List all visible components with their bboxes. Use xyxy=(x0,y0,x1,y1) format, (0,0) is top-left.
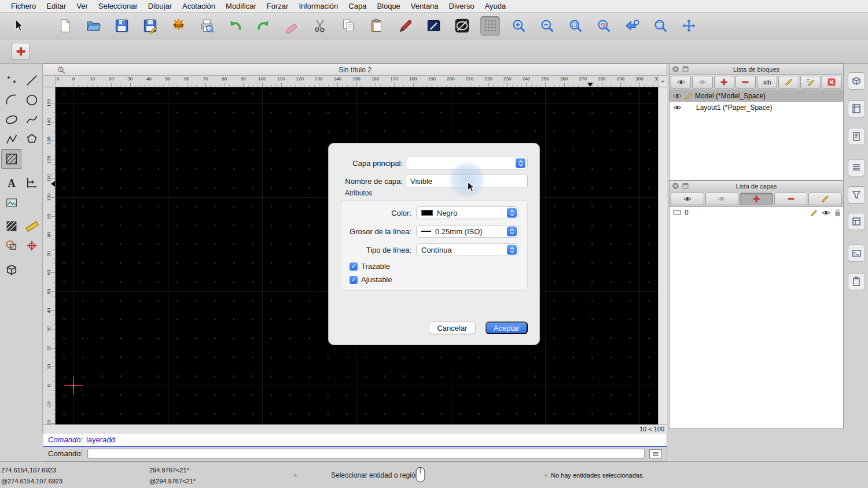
remove-layer-button[interactable] xyxy=(774,193,808,205)
ajustable-checkbox[interactable]: ✓ xyxy=(350,276,358,284)
zoom-previous-button[interactable] xyxy=(622,16,642,36)
hide-all-layers-button[interactable] xyxy=(705,193,739,205)
document-titlebar[interactable]: Sin título 2 xyxy=(43,64,667,76)
menu-capa[interactable]: Capa xyxy=(343,2,372,10)
tool-ellipse-button[interactable] xyxy=(1,110,21,130)
pen-button[interactable] xyxy=(395,16,415,36)
menu-modificar[interactable]: Modificar xyxy=(220,2,262,10)
add-block-button[interactable] xyxy=(714,76,734,88)
tool-shape-button[interactable] xyxy=(1,236,21,256)
edit-block-button[interactable] xyxy=(778,76,799,88)
add-layer-button[interactable] xyxy=(740,193,773,205)
zoom-auto-button[interactable] xyxy=(565,16,585,36)
menu-forzar[interactable]: Forzar xyxy=(262,2,294,10)
dock-properties-button[interactable] xyxy=(848,213,865,230)
command-input[interactable] xyxy=(87,449,645,459)
tool-hatch-solid-button[interactable] xyxy=(1,216,21,236)
color-dropdown[interactable]: Negro xyxy=(416,206,519,219)
vertical-scrollbar[interactable] xyxy=(658,87,667,424)
stepper-icon[interactable] xyxy=(516,158,525,168)
menu-ventana[interactable]: Ventana xyxy=(406,2,444,10)
dock-filter-button[interactable] xyxy=(848,186,865,204)
stepper-icon[interactable] xyxy=(507,227,517,236)
menu-editar[interactable]: Editar xyxy=(41,2,71,10)
new-file-button[interactable] xyxy=(55,16,75,36)
tool-snap-button[interactable] xyxy=(21,236,42,256)
layer-panel-dock-button[interactable] xyxy=(682,182,689,190)
zoom-redraw-button[interactable] xyxy=(594,16,613,36)
redo-button[interactable] xyxy=(253,16,273,36)
menu-seleccionar[interactable]: Seleccionar xyxy=(93,2,143,10)
save-as-button[interactable] xyxy=(140,16,160,36)
paste-button[interactable] xyxy=(367,16,387,36)
menu-dibujar[interactable]: Dibujar xyxy=(143,2,177,10)
delete-block-button[interactable] xyxy=(822,76,842,88)
show-all-blocks-button[interactable] xyxy=(671,76,691,88)
tool-dimension-button[interactable] xyxy=(21,173,42,193)
command-options-button[interactable] xyxy=(649,449,662,459)
layer-panel-close-button[interactable] xyxy=(672,182,679,190)
dock-layer-list-button[interactable] xyxy=(848,159,865,176)
tool-polygon-button[interactable] xyxy=(21,130,42,149)
line-type-dropdown[interactable]: Contínua xyxy=(416,243,519,256)
zoom-in-button[interactable] xyxy=(509,16,528,36)
block-list-item[interactable]: Model (*Model_Space) xyxy=(670,90,843,102)
add-layer-button[interactable] xyxy=(12,43,30,60)
tool-line-button[interactable] xyxy=(21,71,42,90)
dock-command-button[interactable] xyxy=(848,245,865,262)
tool-polyline-button[interactable] xyxy=(1,130,21,149)
tool-image-button[interactable] xyxy=(1,193,21,212)
grid-button[interactable] xyxy=(480,16,500,36)
rename-block-button[interactable]: alb xyxy=(757,76,777,88)
block-panel-close-button[interactable] xyxy=(672,65,679,73)
line-width-dropdown[interactable]: 0.25mm (ISO) xyxy=(416,225,519,238)
menu-diverso[interactable]: Diverso xyxy=(444,2,480,10)
accept-button[interactable]: Aceptar xyxy=(486,321,528,334)
modify-layer-button[interactable] xyxy=(808,193,842,205)
horizontal-scrollbar[interactable]: 10 < 100 xyxy=(43,424,667,434)
tool-hatch-button[interactable] xyxy=(1,149,21,169)
zoom-pan-button[interactable] xyxy=(679,16,698,36)
layer-list-item[interactable]: 0 xyxy=(670,207,843,219)
cursor-button[interactable] xyxy=(8,16,28,36)
show-all-layers-button[interactable] xyxy=(671,193,704,205)
open-file-button[interactable] xyxy=(83,16,103,36)
tool-circle-button[interactable] xyxy=(21,90,42,110)
zoom-out-button[interactable] xyxy=(537,16,557,36)
dock-page-button[interactable] xyxy=(848,128,865,145)
hide-all-blocks-button[interactable] xyxy=(692,76,712,88)
trazable-checkbox[interactable]: ✓ xyxy=(350,263,358,271)
tool-measure-button[interactable] xyxy=(21,216,42,236)
scroll-corner-button[interactable]: + xyxy=(658,76,667,87)
stepper-icon[interactable] xyxy=(507,245,517,255)
remove-block-button[interactable] xyxy=(735,76,756,88)
menu-informacion[interactable]: Información xyxy=(293,2,343,10)
delete-button[interactable] xyxy=(282,16,301,36)
svg-export-button[interactable]: SVG xyxy=(168,16,188,36)
tool-text-button[interactable]: A xyxy=(1,173,21,193)
print-preview-button[interactable] xyxy=(197,16,216,36)
draw-circle-button[interactable] xyxy=(452,16,472,36)
menu-acotacion[interactable]: Acotación xyxy=(177,2,220,10)
block-list-item[interactable]: Layout1 (*Paper_Space) xyxy=(670,102,843,113)
dock-clipboard-button[interactable] xyxy=(848,273,865,290)
block-panel-dock-button[interactable] xyxy=(682,65,689,73)
tool-points-button[interactable] xyxy=(1,71,21,90)
cut-button[interactable] xyxy=(310,16,330,36)
tool-arc-button[interactable] xyxy=(1,90,21,110)
save-button[interactable] xyxy=(112,16,131,36)
undo-button[interactable] xyxy=(225,16,245,36)
menu-ver[interactable]: Ver xyxy=(71,2,93,10)
stepper-icon[interactable] xyxy=(507,208,517,218)
insert-block-button[interactable] xyxy=(800,76,821,88)
menu-bloque[interactable]: Bloque xyxy=(372,2,405,10)
copy-button[interactable] xyxy=(339,16,358,36)
dock-library-button[interactable] xyxy=(848,100,865,117)
tool-spline-button[interactable] xyxy=(21,110,42,130)
dock-block-list-button[interactable] xyxy=(848,72,865,90)
properties-button[interactable] xyxy=(424,16,443,36)
menu-fichero[interactable]: Fichero xyxy=(6,2,41,10)
cancel-button[interactable]: Cancelar xyxy=(429,321,476,334)
menu-ayuda[interactable]: Ayuda xyxy=(480,2,512,10)
tool-solid-button[interactable] xyxy=(1,260,21,279)
